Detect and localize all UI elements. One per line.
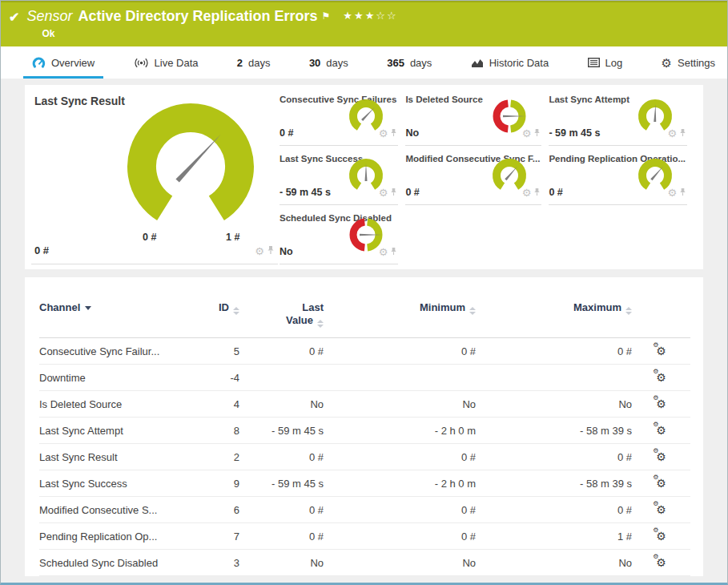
cell-channel: Last Sync Success	[39, 470, 195, 497]
tab-bar: OverviewLive Data2days30days365daysHisto…	[1, 46, 727, 79]
tab-historic-data[interactable]: Historic Data	[462, 46, 557, 79]
cell-maximum: 0 #	[476, 444, 632, 470]
column-header-last[interactable]: LastValue	[239, 298, 324, 338]
table-row: Pending Replication Op...70 #0 #1 #⚙⚙	[39, 523, 690, 550]
flag-icon[interactable]: ⚑	[322, 10, 331, 22]
gear-icon[interactable]: ⚙	[379, 128, 388, 139]
settings-gears-icon[interactable]: ⚙⚙	[656, 371, 666, 384]
gear-icon[interactable]: ⚙	[522, 128, 532, 139]
column-header-maximum[interactable]: Maximum	[476, 298, 632, 338]
cell-last-value: - 59 m 45 s	[239, 418, 324, 444]
tab-30-days[interactable]: 30days	[300, 46, 357, 79]
sensor-header-text: SensorActive Directory Replication Error…	[26, 7, 397, 39]
settings-gears-icon[interactable]: ⚙⚙	[656, 450, 666, 463]
cell-id: 6	[195, 497, 239, 523]
gauge-value: 0 #	[405, 187, 419, 198]
column-header-minimum[interactable]: Minimum	[324, 298, 476, 338]
settings-gears-icon[interactable]: ⚙⚙	[656, 556, 666, 569]
gauge-actions: ⚙	[522, 126, 541, 140]
column-header-id[interactable]: ID	[195, 298, 239, 338]
tab-prefix: 365	[387, 57, 404, 69]
tab-label: days	[410, 57, 432, 69]
channels-table: ChannelIDLastValueMinimumMaximum Consecu…	[39, 298, 690, 576]
tab-365-days[interactable]: 365days	[378, 46, 440, 79]
tab-live-data[interactable]: Live Data	[125, 46, 207, 79]
pin-icon[interactable]	[390, 185, 397, 200]
table-row: Is Deleted Source4NoNoNo⚙⚙	[39, 391, 690, 418]
cell-maximum: - 58 m 39 s	[476, 418, 632, 444]
pin-icon[interactable]	[390, 244, 397, 259]
table-row: Modified Consecutive S...60 #0 #0 #⚙⚙	[39, 497, 690, 523]
tab-label: Overview	[51, 57, 95, 69]
settings-gears-icon[interactable]: ⚙⚙	[656, 503, 666, 516]
pin-icon[interactable]	[390, 126, 397, 140]
gear-icon[interactable]: ⚙	[522, 188, 532, 198]
table-row: Downtime-4⚙⚙	[39, 365, 690, 391]
gear-icon[interactable]: ⚙	[379, 247, 388, 257]
pin-icon[interactable]	[679, 126, 686, 140]
gauge-scale-max: 1 #	[226, 232, 239, 243]
sort-icon[interactable]	[625, 307, 632, 315]
gear-icon[interactable]: ⚙	[667, 188, 677, 198]
gear-icon[interactable]: ⚙	[255, 246, 264, 256]
settings-gears-icon[interactable]: ⚙⚙	[656, 397, 666, 410]
cell-minimum: - 2 h 0 m	[324, 418, 476, 444]
cell-channel: Modified Consecutive S...	[39, 497, 195, 523]
tab-overview[interactable]: Overview	[23, 46, 103, 79]
tab-settings[interactable]: ⚙Settings	[653, 46, 724, 79]
channels-table-body: Consecutive Sync Failur...50 #0 #0 #⚙⚙Do…	[39, 338, 690, 576]
tab-log[interactable]: Log	[579, 46, 632, 79]
cell-minimum: No	[324, 550, 476, 576]
settings-gears-icon[interactable]: ⚙⚙	[656, 424, 666, 437]
tab-prefix: 30	[309, 57, 320, 69]
gear-icon[interactable]: ⚙	[667, 128, 677, 139]
sensor-header: ✔ SensorActive Directory Replication Err…	[1, 1, 727, 46]
sort-icon[interactable]	[317, 320, 324, 328]
cell-actions: ⚙⚙	[632, 497, 690, 523]
gauge-scale-min: 0 #	[143, 232, 156, 243]
gauge-value: No	[405, 127, 419, 139]
gauge-value: 0 #	[280, 127, 293, 139]
cell-maximum: No	[476, 391, 632, 418]
gauge-scheduled-sync-disabled: Scheduled Sync DisabledNo⚙	[280, 205, 398, 264]
cell-minimum: No	[324, 391, 476, 418]
gear-icon[interactable]: ⚙	[379, 188, 388, 198]
gauge-value: 0 #	[549, 187, 562, 198]
cell-last-value: 0 #	[239, 523, 324, 550]
priority-stars[interactable]: ★★★☆☆	[343, 10, 397, 22]
chart-icon	[471, 58, 484, 68]
cell-channel: Scheduled Sync Disabled	[39, 550, 195, 576]
prtg-sensor-page: ✔ SensorActive Directory Replication Err…	[0, 0, 728, 585]
cell-actions: ⚙⚙	[632, 444, 690, 470]
cell-channel: Last Sync Result	[39, 444, 195, 470]
pin-icon[interactable]	[679, 185, 686, 200]
table-row: Scheduled Sync Disabled3NoNoNo⚙⚙	[39, 550, 690, 576]
gauge-value: - 59 m 45 s	[549, 127, 600, 139]
tab-2-days[interactable]: 2days	[228, 46, 280, 79]
sort-icon[interactable]	[469, 307, 476, 315]
gauges-panel: Last Sync Result 0 # 1 # 0 # ⚙ Consecuti…	[25, 85, 703, 269]
sort-icon[interactable]	[233, 307, 239, 315]
gauge-actions: ⚙	[667, 126, 686, 140]
settings-gears-icon[interactable]: ⚙⚙	[656, 345, 666, 357]
pin-icon[interactable]	[267, 244, 275, 258]
main-content: Last Sync Result 0 # 1 # 0 # ⚙ Consecuti…	[1, 79, 727, 576]
cell-last-value: 0 #	[239, 497, 324, 523]
cell-channel: Consecutive Sync Failur...	[39, 338, 195, 365]
column-header-channel[interactable]: Channel	[39, 298, 195, 338]
pin-icon[interactable]	[533, 185, 541, 200]
cell-last-value: No	[239, 550, 324, 576]
cell-minimum: 0 #	[324, 497, 476, 523]
settings-gears-icon[interactable]: ⚙⚙	[656, 530, 666, 543]
tab-label: Settings	[678, 57, 715, 69]
settings-gears-icon[interactable]: ⚙⚙	[656, 477, 666, 490]
table-row: Last Sync Attempt8- 59 m 45 s- 2 h 0 m- …	[39, 418, 690, 444]
cell-id: 9	[195, 470, 239, 497]
column-label: Last	[239, 301, 324, 314]
cell-minimum: 0 #	[324, 338, 476, 365]
column-label: Minimum	[420, 301, 465, 313]
cell-maximum: 0 #	[476, 338, 632, 365]
column-label: Maximum	[573, 301, 621, 313]
gauge-actions: ⚙	[379, 126, 398, 140]
pin-icon[interactable]	[533, 126, 541, 140]
